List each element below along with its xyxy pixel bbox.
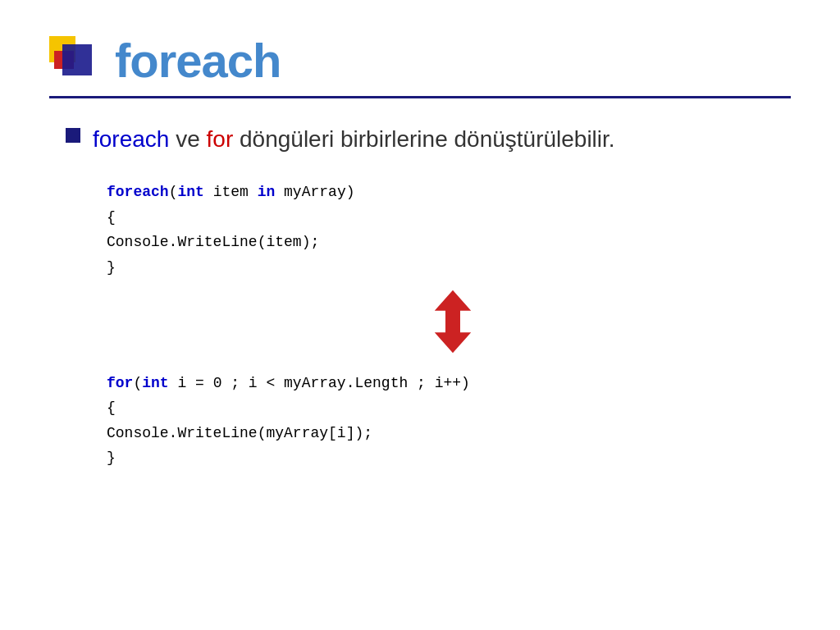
- code2-line3: Console.WriteLine(myArray[i]);: [107, 421, 791, 446]
- code2-line2: {: [107, 395, 791, 421]
- bullet-text: foreach ve for döngüleri birbirlerine dö…: [93, 123, 615, 155]
- code2-for-keyword: for: [107, 375, 133, 391]
- code2-line4: }: [107, 445, 791, 471]
- bullet-icon: [66, 128, 80, 143]
- code1-int-keyword: int: [177, 184, 203, 200]
- bidirectional-arrow-icon: [424, 289, 482, 354]
- content-area: foreach ve for döngüleri birbirlerine dö…: [66, 123, 791, 471]
- slide: foreach foreach ve for döngüleri birbirl…: [0, 0, 840, 630]
- code1-content: foreach(int item in myArray) { Console.W…: [107, 180, 791, 280]
- header: foreach: [49, 33, 791, 98]
- page-title: foreach: [115, 33, 281, 88]
- code1-line1: foreach(int item in myArray): [107, 180, 791, 205]
- code-wrapper: foreach(int item in myArray) { Console.W…: [66, 171, 791, 471]
- svg-marker-1: [435, 310, 471, 353]
- code-block-1: foreach(int item in myArray) { Console.W…: [107, 180, 791, 280]
- code1-foreach-keyword: foreach: [107, 184, 169, 200]
- bullet-text-ve: ve: [169, 126, 206, 152]
- code2-int-keyword: int: [142, 375, 168, 391]
- code1-in-keyword: in: [258, 184, 276, 200]
- logo-blue-square: [62, 44, 92, 75]
- code2-content: for(int i = 0 ; i < myArray.Length ; i++…: [107, 371, 791, 471]
- keyword-for: for: [207, 126, 234, 152]
- code1-line3: Console.WriteLine(item);: [107, 230, 791, 255]
- bullet-item: foreach ve for döngüleri birbirlerine dö…: [66, 123, 791, 155]
- bullet-text-rest: döngüleri birbirlerine dönüştürülebilir.: [233, 126, 614, 152]
- code2-line1: for(int i = 0 ; i < myArray.Length ; i++…: [107, 371, 791, 396]
- code-block-2: for(int i = 0 ; i < myArray.Length ; i++…: [107, 371, 791, 471]
- arrow-container: [66, 289, 791, 354]
- logo: [49, 36, 98, 85]
- code1-line4: }: [107, 255, 791, 281]
- keyword-foreach: foreach: [93, 126, 169, 152]
- code1-line2: {: [107, 205, 791, 231]
